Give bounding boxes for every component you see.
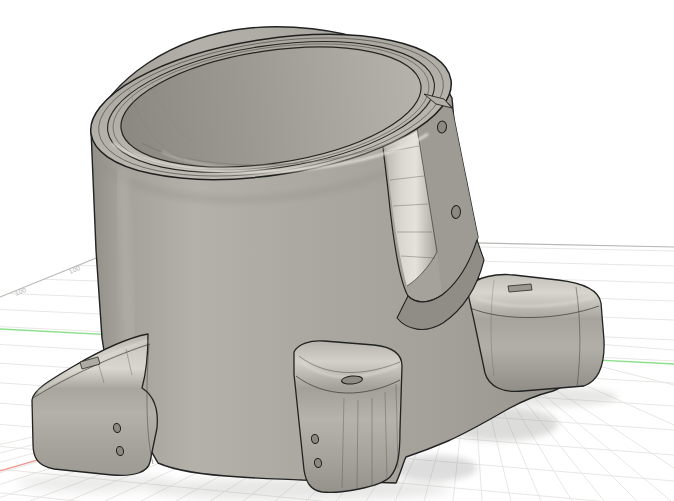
cad-viewport[interactable]: 100 100 (0, 0, 674, 501)
body-vertical-highlight (122, 170, 130, 360)
shadow-blob (17, 474, 173, 492)
left-foot[interactable] (32, 334, 157, 475)
bracket-hole[interactable] (451, 205, 461, 219)
right-foot[interactable] (467, 275, 604, 392)
center-foot[interactable] (294, 341, 402, 492)
left-foot-face[interactable] (32, 334, 157, 475)
model-canvas[interactable]: 100 100 (0, 0, 674, 501)
shadow-blob (150, 478, 450, 500)
right-foot-face[interactable] (467, 275, 604, 392)
